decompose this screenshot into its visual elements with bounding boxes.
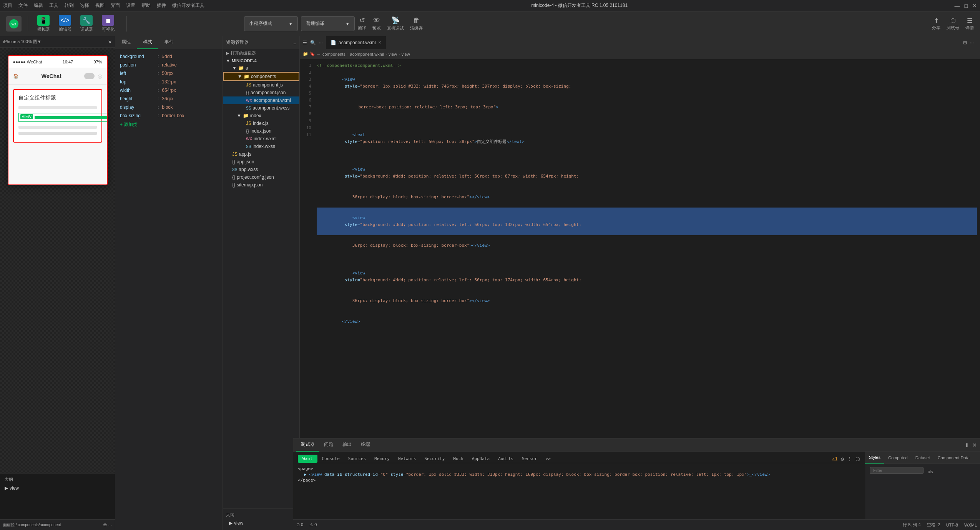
phone-more-icon[interactable]: ••• [84,73,95,79]
filetree-outline-view[interactable]: ▶ view [226,519,296,527]
debug-right-tab-styles[interactable]: Styles [865,452,884,464]
tree-section-open-editors[interactable]: ▶ 打开的编辑器 [223,49,299,57]
tree-file-app-wxss[interactable]: SS app.wxss [223,166,299,173]
test-btn[interactable]: ⬡ 测试号 [947,17,959,31]
menu-goto[interactable]: 转到 [65,2,74,9]
simulator-btn[interactable]: 📱 模拟器 [34,15,53,32]
detail-btn[interactable]: ☰ 详情 [965,17,974,31]
menu-file[interactable]: 文件 [18,2,28,9]
debug-sub-expand-icon[interactable]: ⬡ [855,456,860,462]
tree-file-index-json[interactable]: {} index.json [223,127,299,135]
menu-plugin[interactable]: 插件 [157,2,166,9]
tree-file-acomp-wxss[interactable]: SS acomponent.wxss [223,104,299,112]
tree-folder-components[interactable]: ▼ 📁 components [223,72,299,81]
debug-expand-icon[interactable]: ⬆ [965,442,969,448]
real-debug-btn[interactable]: 📡 真机调试 [387,16,404,31]
phone-camera-icon[interactable]: ◎ [98,73,102,79]
refresh-btn[interactable]: ↺ ↺ 编译 [358,16,366,31]
filetree-more-icon[interactable]: ... [292,40,296,45]
tab-attributes[interactable]: 属性 [115,36,137,49]
tree-file-acomp-wxml[interactable]: WX acomponent.wxml [223,96,299,104]
tree-folder-index[interactable]: ▼ 📁 index [223,112,299,120]
bc-back-icon[interactable]: ← [317,52,321,56]
debug-sub-tab-appdata[interactable]: AppData [468,455,493,463]
debug-tab-issues[interactable]: 问题 [319,439,338,452]
editor-menu-icon[interactable]: ☰ [303,40,307,45]
debug-sub-tab-console[interactable]: Console [318,455,344,463]
debug-sub-more-icon[interactable]: ⋮ [847,456,852,462]
style-val-top[interactable]: 132rpx [162,79,176,85]
editor-tab-acomp-wxml[interactable]: 📄 acomponent.wxml ✕ [326,36,386,49]
style-val-position[interactable]: relative [162,62,177,68]
sim-icons[interactable]: 👁 ··· [103,523,112,527]
editor-more-icon[interactable]: ··· [319,40,323,45]
tree-file-acomp-json[interactable]: {} acomponent.json [223,89,299,96]
bc-view2[interactable]: view [402,52,410,56]
editor-search-icon[interactable]: 🔍 [310,40,316,45]
debug-right-tab-computed[interactable]: Computed [884,452,912,464]
debugger-btn[interactable]: 🔧 调试器 [77,15,96,32]
split-editor-icon[interactable]: ⊞ [963,40,967,45]
menu-tool[interactable]: 工具 [49,2,58,9]
mode-dropdown[interactable]: 小程序模式 ▼ [244,16,298,31]
tab-styles[interactable]: 样式 [137,36,158,49]
debug-tab-output[interactable]: 输出 [338,439,356,452]
style-val-height[interactable]: 36rpx [162,96,173,101]
tree-file-sitemap[interactable]: {} sitemap.json [223,181,299,189]
menu-edit[interactable]: 编辑 [34,2,43,9]
share-btn[interactable]: ⬆ 分享 [932,17,940,31]
bc-components[interactable]: components [322,52,345,56]
menu-settings[interactable]: 设置 [126,2,135,9]
close-button[interactable]: ✕ [972,3,977,9]
debug-sub-tab-memory[interactable]: Memory [370,455,394,463]
tree-root-minicode[interactable]: ▼ MINICODE-4 [223,57,299,64]
debug-sub-tab-wxml[interactable]: Wxml [298,455,317,463]
style-val-display[interactable]: block [162,105,173,110]
debug-sub-settings-icon[interactable]: ⚙ [841,456,844,462]
preview-btn[interactable]: 👁 预览 [372,17,381,31]
tree-file-index-wxss[interactable]: SS index.wxss [223,143,299,150]
menu-wechat-devtools[interactable]: 微信开发者工具 [172,2,204,9]
debug-sub-tab-sources[interactable]: Sources [344,455,370,463]
minimize-button[interactable]: — [955,3,960,9]
editor-btn[interactable]: </> 编辑器 [56,15,74,32]
add-style-btn[interactable]: + 添加类 [120,121,218,128]
tree-file-app-json[interactable]: {} app.json [223,158,299,166]
tree-file-app-js[interactable]: JS app.js [223,150,299,158]
window-controls[interactable]: — □ ✕ [955,3,977,9]
visualize-btn[interactable]: ◼ 可视化 [99,15,117,32]
menu-project[interactable]: 项目 [3,2,12,9]
simulator-close-icon[interactable]: ✕ [108,39,112,45]
menu-select[interactable]: 选择 [80,2,89,9]
debug-sub-tab-sensor[interactable]: Sensor [518,455,541,463]
compile-dropdown[interactable]: 普通编译 ▼ [301,16,355,31]
outline-view-item[interactable]: ▶ view [5,485,110,491]
bc-view1[interactable]: view [389,52,397,56]
simulator-controls[interactable]: ✕ [108,39,112,45]
debug-console-line-2[interactable]: ▶ <view data-ib-structured-id="0" style=… [298,472,860,477]
style-val-box-sizing[interactable]: border-box [162,113,184,118]
titlebar-menu[interactable]: 项目 文件 编辑 工具 转到 选择 视图 界面 设置 帮助 插件 微信开发者工具 [3,2,204,9]
bc-filename[interactable]: acomponent.wxml [350,52,384,56]
debug-close-icon[interactable]: ✕ [972,442,977,448]
menu-interface[interactable]: 界面 [111,2,120,9]
tree-file-index-js[interactable]: JS index.js [223,120,299,127]
tree-file-index-wxml[interactable]: WX index.wxml [223,135,299,143]
phone-nav-back[interactable]: 🏠 [13,73,19,79]
maximize-button[interactable]: □ [965,3,968,9]
tab-events[interactable]: 事件 [158,36,180,49]
menu-view[interactable]: 视图 [95,2,105,9]
debug-sub-tab-network[interactable]: Network [394,455,420,463]
debug-right-tab-component-data[interactable]: Component Data [934,452,973,464]
editor-settings-icon[interactable]: ··· [970,40,974,45]
debug-sub-tab-mock[interactable]: Mock [449,455,467,463]
style-val-width[interactable]: 654rpx [162,88,176,93]
debug-tab-debugger[interactable]: 调试器 [296,439,319,452]
style-val-left[interactable]: 50rpx [162,71,173,76]
clear-cache-btn[interactable]: 🗑 清缓存 [410,17,423,31]
debug-tab-terminal[interactable]: 终端 [356,439,375,452]
debug-sub-tab-audits[interactable]: Audits [494,455,517,463]
menu-help[interactable]: 帮助 [141,2,151,9]
tab-close-icon[interactable]: ✕ [378,40,381,45]
style-val-background[interactable]: #ddd [162,54,172,59]
